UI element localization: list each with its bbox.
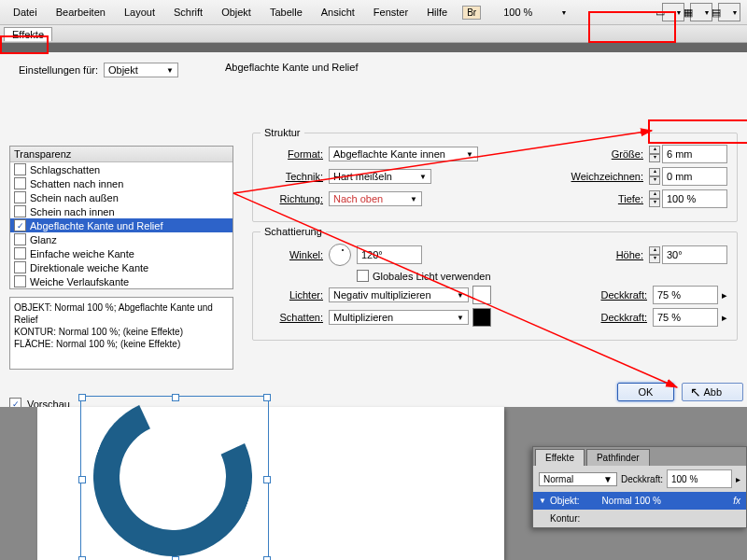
menu-objekt[interactable]: Objekt	[212, 3, 261, 21]
weich-input[interactable]: 0 mm	[662, 167, 727, 186]
list-item[interactable]: Schein nach außen	[10, 190, 233, 204]
menu-datei[interactable]: Datei	[4, 3, 47, 21]
winkel-label: Winkel:	[262, 249, 323, 260]
groesse-input[interactable]: 6 mm	[662, 145, 727, 163]
tiefe-label: Tiefe:	[618, 193, 643, 204]
checkbox-icon[interactable]	[14, 247, 26, 259]
list-item[interactable]: Einfache weiche Kante	[10, 246, 233, 260]
view-mode-icon-1[interactable]: ▭▼	[662, 3, 684, 21]
zoom-level[interactable]: 100 %	[494, 3, 542, 21]
schatten-swatch[interactable]	[472, 308, 491, 327]
checkbox-icon[interactable]	[357, 270, 369, 282]
struktur-group: Struktur Format: Abgeflachte Kante innen…	[252, 133, 738, 222]
checkbox-icon[interactable]	[14, 177, 26, 189]
menu-layout[interactable]: Layout	[115, 3, 164, 21]
deck2-label: Deckkraft:	[600, 312, 647, 323]
format-combo[interactable]: Abgeflachte Kante innen▼	[329, 147, 478, 161]
selection-box	[80, 396, 269, 560]
spinner-icon[interactable]: ▴▾	[649, 246, 660, 263]
effects-panel[interactable]: Effekte Pathfinder Normal▼ Deckkraft: 10…	[532, 446, 747, 528]
lichter-swatch[interactable]	[472, 286, 491, 304]
lichter-combo[interactable]: Negativ multiplizieren▼	[329, 287, 469, 302]
menu-hilfe[interactable]: Hilfe	[417, 3, 457, 21]
view-mode-icon-2[interactable]: ▦▼	[690, 3, 712, 21]
spinner-icon[interactable]: ▴▾	[649, 168, 660, 185]
hoehe-input[interactable]: 30°	[662, 245, 727, 264]
list-item-selected[interactable]: ✓Abgeflachte Kante und Relief	[10, 218, 233, 232]
weich-label: Weichzeichnen:	[571, 171, 643, 182]
effects-list: Transparenz Schlagschatten Schatten nach…	[9, 146, 233, 289]
settings-for-label: Einstellungen für:	[19, 64, 98, 76]
checkbox-icon[interactable]	[14, 163, 26, 175]
settings-for-combo[interactable]: Objekt▼	[104, 63, 178, 77]
menu-ansicht[interactable]: Ansicht	[312, 3, 364, 21]
page[interactable]	[37, 407, 504, 560]
list-item[interactable]: Glanz	[10, 232, 233, 246]
cancel-button[interactable]: Abb	[682, 383, 743, 401]
checkbox-icon[interactable]	[14, 205, 26, 217]
opacity-input[interactable]: 100 %	[667, 469, 732, 488]
list-header: Transparenz	[10, 147, 233, 162]
list-item[interactable]: Weiche Verlaufskante	[10, 274, 233, 288]
info-box: OBJEKT: Normal 100 %; Abgeflachte Kante …	[9, 297, 233, 370]
list-item[interactable]: Schein nach innen	[10, 204, 233, 218]
menubar: Datei Bearbeiten Layout Schrift Objekt T…	[0, 0, 747, 25]
blend-mode-combo[interactable]: Normal▼	[539, 472, 617, 486]
richtung-combo[interactable]: Nach oben▼	[329, 191, 422, 206]
list-item[interactable]: Direktionale weiche Kante	[10, 260, 233, 274]
technik-label: Technik:	[262, 171, 323, 182]
flyout-icon[interactable]: ▸	[722, 312, 727, 324]
menu-fenster[interactable]: Fenster	[364, 3, 417, 21]
schatt-legend: Schattierung	[261, 226, 326, 237]
schatten-label: Schatten:	[262, 312, 323, 323]
flyout-icon[interactable]: ▸	[736, 474, 740, 484]
hoehe-label: Höhe:	[616, 249, 643, 260]
checkbox-icon[interactable]	[14, 233, 26, 245]
technik-combo[interactable]: Hart meißeln▼	[329, 169, 431, 184]
tiefe-input[interactable]: 100 %	[662, 189, 727, 208]
zoom-dropdown-icon[interactable]: ▼	[551, 6, 576, 20]
ok-button[interactable]: OK	[617, 383, 675, 401]
lichter-label: Lichter:	[262, 289, 323, 301]
panel-row-kontur[interactable]: Kontur:	[533, 510, 746, 527]
checkbox-icon[interactable]	[14, 191, 26, 203]
panel-tab-effekte[interactable]: Effekte	[535, 449, 585, 466]
panel-row-objekt[interactable]: ▼ Objekt:Normal 100 % fx	[533, 492, 746, 510]
menu-schrift[interactable]: Schrift	[164, 3, 212, 21]
format-label: Format:	[262, 148, 323, 160]
checkbox-icon[interactable]: ✓	[14, 219, 26, 231]
angle-dial[interactable]	[329, 244, 351, 266]
dialog-tabbar: Effekte	[0, 25, 747, 43]
spinner-icon[interactable]: ▴▾	[649, 146, 660, 162]
bridge-button[interactable]: Br	[462, 6, 481, 20]
view-mode-icon-3[interactable]: ▤▼	[718, 3, 740, 21]
deck2-input[interactable]: 75 %	[653, 308, 718, 327]
schatten-combo[interactable]: Multiplizieren▼	[329, 310, 469, 325]
global-light-label: Globales Licht verwenden	[373, 271, 491, 282]
schattierung-group: Schattierung Winkel: 120° Höhe:▴▾30° Glo…	[252, 231, 738, 341]
tab-effekte[interactable]: Effekte	[4, 27, 52, 41]
richtung-label: Richtung:	[262, 193, 323, 204]
groesse-label: Größe:	[612, 148, 643, 160]
list-item[interactable]: Schatten nach innen	[10, 176, 233, 190]
list-item[interactable]: Schlagschatten	[10, 162, 233, 176]
spinner-icon[interactable]: ▴▾	[649, 190, 660, 207]
winkel-input[interactable]: 120°	[357, 245, 422, 264]
section-title: Abgeflachte Kante und Relief	[225, 62, 359, 73]
deck1-input[interactable]: 75 %	[653, 286, 718, 304]
panel-tab-pathfinder[interactable]: Pathfinder	[586, 449, 650, 466]
checkbox-icon[interactable]	[14, 261, 26, 273]
fx-icon[interactable]: fx	[733, 496, 740, 506]
struktur-legend: Struktur	[261, 127, 304, 138]
deck1-label: Deckkraft:	[600, 289, 647, 301]
checkbox-icon[interactable]	[14, 275, 26, 287]
menu-tabelle[interactable]: Tabelle	[261, 3, 312, 21]
effects-dialog: Einstellungen für: Objekt▼ Abgeflachte K…	[0, 52, 747, 408]
flyout-icon[interactable]: ▸	[722, 289, 727, 301]
menu-bearbeiten[interactable]: Bearbeiten	[47, 3, 115, 21]
opacity-label: Deckkraft:	[621, 474, 663, 484]
